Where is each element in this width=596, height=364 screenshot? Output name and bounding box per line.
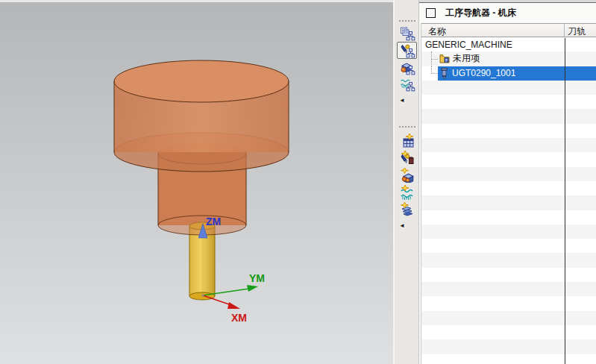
- empty-row: [421, 95, 596, 109]
- empty-row: [421, 109, 596, 123]
- empty-row: [421, 81, 596, 95]
- empty-row: [421, 167, 596, 181]
- operation-navigator-panel: 工序导航器 - 机床 名称 刀轨 GENERIC_MACHINE未用项UGT02…: [419, 0, 596, 364]
- empty-row: [421, 311, 596, 325]
- empty-row: [421, 268, 596, 282]
- create-operation-icon: [399, 202, 415, 217]
- empty-row: [421, 124, 596, 138]
- empty-row: [421, 296, 596, 310]
- column-divider[interactable]: [565, 38, 565, 364]
- create-method-icon: [399, 185, 415, 200]
- tree-item-label: 未用项: [453, 52, 480, 65]
- machine-part-3d: ZM YM XM: [0, 0, 393, 364]
- toolbar-drag-handle[interactable]: [399, 20, 415, 22]
- tree-branch-lines: [421, 51, 438, 66]
- axis-label-ym: YM: [249, 272, 265, 284]
- navigator-tree: 名称 刀轨 GENERIC_MACHINE未用项UGT0290_1001: [421, 23, 596, 364]
- create-group-collapse-arrow[interactable]: ◄: [399, 221, 410, 230]
- part-big-cylinder: [114, 60, 289, 172]
- axis-label-xm: XM: [231, 312, 247, 324]
- geometry-view-icon: [399, 60, 415, 75]
- empty-row: [421, 282, 596, 296]
- tree-body: GENERIC_MACHINE未用项UGT0290_1001: [421, 37, 596, 364]
- create-tool-icon: [399, 151, 415, 166]
- column-header-toolpath[interactable]: 刀轨: [565, 24, 596, 37]
- empty-row: [421, 138, 596, 152]
- panel-square-icon[interactable]: [426, 8, 436, 18]
- viewport-3d[interactable]: ZM YM XM: [0, 0, 393, 364]
- create-tool-button[interactable]: [397, 149, 417, 166]
- create-method-button[interactable]: [397, 183, 417, 201]
- program-order-view-button[interactable]: [397, 25, 417, 42]
- navigator-toolbar: ◄◄: [393, 0, 419, 364]
- column-header-name[interactable]: 名称: [421, 24, 565, 37]
- empty-row: [421, 339, 596, 354]
- tool-icon: [439, 67, 449, 80]
- empty-row: [421, 195, 596, 210]
- create-geometry-button[interactable]: [397, 166, 417, 183]
- machining-method-view-icon: [399, 77, 415, 92]
- tree-row[interactable]: 未用项: [421, 51, 596, 66]
- tree-item-label: UGT0290_1001: [452, 68, 515, 78]
- machine-tool-view-icon: [399, 43, 415, 58]
- create-program-icon: [399, 134, 415, 148]
- geometry-view-button[interactable]: [397, 59, 417, 76]
- machine-tool-view-button[interactable]: [397, 42, 417, 59]
- axis-label-zm: ZM: [206, 216, 221, 228]
- program-order-view-icon: [399, 26, 415, 41]
- empty-row: [421, 225, 596, 239]
- view-group-collapse-arrow[interactable]: ◄: [399, 95, 410, 104]
- toolbar-drag-handle[interactable]: [399, 126, 415, 128]
- empty-row: [421, 253, 596, 267]
- folder-icon: [439, 53, 450, 64]
- create-program-button[interactable]: [397, 132, 417, 149]
- tree-branch-lines: [421, 66, 438, 81]
- empty-row: [421, 152, 596, 166]
- create-geometry-icon: [399, 168, 415, 183]
- panel-title: 工序导航器 - 机床: [445, 7, 516, 19]
- empty-row: [421, 354, 596, 364]
- tree-column-headers: 名称 刀轨: [421, 23, 596, 37]
- empty-row: [421, 239, 596, 253]
- nx-cam-window: ZM YM XM ◄◄ 工序导航器 - 机床 名称 刀轨 GENERIC_MAC…: [0, 0, 596, 364]
- panel-title-bar: 工序导航器 - 机床: [419, 2, 596, 23]
- axis-origin: [201, 294, 204, 296]
- create-operation-button[interactable]: [397, 201, 417, 218]
- tree-item-label: GENERIC_MACHINE: [425, 40, 512, 50]
- tree-row[interactable]: UGT0290_1001: [421, 66, 596, 81]
- empty-row: [421, 325, 596, 339]
- empty-row: [421, 181, 596, 195]
- machining-method-view-button[interactable]: [397, 75, 417, 92]
- empty-row: [421, 210, 596, 225]
- tree-row[interactable]: GENERIC_MACHINE: [421, 37, 596, 51]
